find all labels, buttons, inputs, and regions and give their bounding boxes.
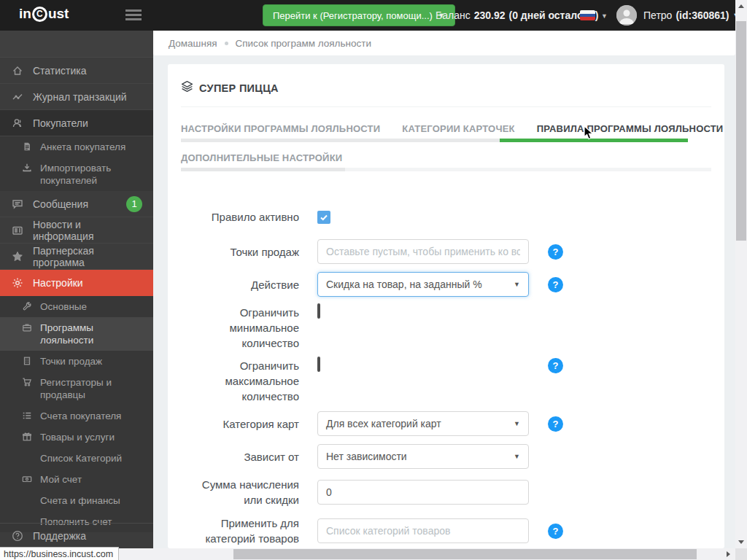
sidebar-item-label: Покупатели <box>33 117 88 129</box>
sidebar-item-transaction-log[interactable]: Журнал транзакций <box>0 84 153 110</box>
balance-label: Баланс <box>436 9 471 21</box>
field-label: Зависит от <box>181 449 299 464</box>
help-icon[interactable]: ? <box>548 524 563 539</box>
field-label: Действие <box>181 277 299 292</box>
form-row-depends-on: Зависит от Нет зависимости ▼ <box>181 444 711 469</box>
logo-text-ust: ust <box>48 6 69 22</box>
briefcase-icon <box>20 322 34 332</box>
form-row-limit-max: Ограничить максимальное количество ? <box>181 358 711 404</box>
sidebar-item-label: Основные <box>40 300 87 313</box>
loyalty-program-card: СУПЕР ПИЦЦА НАСТРОЙКИ ПРОГРАММЫ ЛОЯЛЬНОС… <box>168 64 724 548</box>
star-icon <box>11 251 24 262</box>
sidebar-item-news[interactable]: Новости и информация <box>0 217 153 244</box>
goto-dropdown-button[interactable]: Перейти к (Регистратору, помощи...) ▼ <box>263 4 455 26</box>
scroll-up-arrow-icon[interactable] <box>738 4 744 8</box>
sidebar-item-label: Регистраторы и продавцы <box>40 376 146 401</box>
header-divider <box>181 106 711 107</box>
help-icon[interactable]: ? <box>548 358 563 373</box>
user-name: Петро <box>643 9 672 21</box>
sidebar-item-import-customers[interactable]: Импортировать покупателей <box>0 158 153 191</box>
sidebar-item-customer-accounts[interactable]: Счета покупателя <box>0 405 153 427</box>
layers-icon <box>181 80 193 96</box>
rule-active-checkbox[interactable] <box>317 211 330 224</box>
action-select-value: Скидка на товар, на заданный % <box>326 279 482 290</box>
select-caret-icon: ▼ <box>514 281 520 288</box>
sidebar-item-customer-form[interactable]: Анкета покупателя <box>0 136 153 158</box>
help-icon[interactable]: ? <box>548 277 563 292</box>
status-url-tooltip: https://business.incust.com <box>0 547 119 560</box>
apply-categories-input[interactable] <box>317 518 529 543</box>
question-circle-icon <box>11 530 24 542</box>
sidebar-item-label: Настройки <box>33 277 83 289</box>
sidebar-item-messages[interactable]: Сообщения 1 <box>0 191 153 217</box>
sidebar-item-general[interactable]: Основные <box>0 296 153 317</box>
sidebar-item-customers[interactable]: Покупатели <box>0 110 153 136</box>
chevron-down-icon[interactable]: ▼ <box>601 12 608 20</box>
horizontal-scrollbar-thumb[interactable] <box>233 549 697 559</box>
hamburger-menu-icon[interactable] <box>125 9 142 20</box>
wrench-icon <box>20 301 34 311</box>
user-menu[interactable]: Петро (id:360861) ▼ <box>643 0 739 31</box>
incust-logo: inCust <box>19 6 69 22</box>
limit-min-checkbox[interactable] <box>317 303 320 319</box>
field-label: Применить для категорий товаров <box>181 516 299 546</box>
sidebar-item-label: Список Категорий <box>40 452 122 464</box>
depends-on-select-value: Нет зависимости <box>326 451 407 462</box>
sidebar-item-goods-services[interactable]: Товары и услуги <box>0 427 153 448</box>
form-row-amount: Сумма начисления или скидки <box>181 477 711 508</box>
form-row-rule-active: Правило активно <box>181 209 711 225</box>
users-icon <box>11 117 24 129</box>
sidebar-item-partner-program[interactable]: Партнерская программа <box>0 244 153 270</box>
field-label: Точки продаж <box>181 244 299 260</box>
sidebar-item-loyalty-programs[interactable]: Программы лояльности <box>0 317 153 351</box>
vertical-scrollbar-thumb[interactable] <box>736 21 746 241</box>
scroll-right-arrow-icon[interactable] <box>727 551 730 557</box>
logo-c-circle-icon: C <box>32 7 47 22</box>
sidebar-item-settings[interactable]: Настройки <box>0 270 153 296</box>
card-category-select[interactable]: Для всех категорий карт ▼ <box>317 411 529 436</box>
sidebar-item-label: Точки продаж <box>40 355 102 368</box>
customers-submenu: Анкета покупателя Импортировать покупате… <box>0 136 153 191</box>
action-select[interactable]: Скидка на товар, на заданный % ▼ <box>317 272 529 297</box>
field-label: Ограничить минимальное количество <box>181 305 299 351</box>
comment-icon <box>11 198 24 210</box>
sidebar-item-label: Партнерская программа <box>33 245 142 268</box>
sidebar-item-accounts-finance[interactable]: Счета и финансы <box>0 490 153 511</box>
sidebar-item-registrars-sellers[interactable]: Регистраторы и продавцы <box>0 372 153 405</box>
select-caret-icon: ▼ <box>514 420 520 427</box>
sidebar-item-label: Программы лояльности <box>40 322 146 346</box>
form-row-apply-categories: Применить для категорий товаров ? <box>181 516 711 546</box>
sidebar-item-points-of-sale[interactable]: Точки продаж <box>0 351 153 372</box>
language-flag-ru-icon[interactable] <box>580 10 595 20</box>
help-icon[interactable]: ? <box>548 416 563 432</box>
sidebar-item-support[interactable]: Поддержка <box>0 523 153 548</box>
limit-max-checkbox[interactable] <box>317 357 320 372</box>
field-label: Ограничить максимальное количество <box>181 358 299 404</box>
sidebar-item-label: Мой счет <box>40 473 82 486</box>
help-icon[interactable]: ? <box>548 244 563 260</box>
select-caret-icon: ▼ <box>514 453 520 460</box>
amount-input[interactable] <box>317 480 529 505</box>
breadcrumb: Домашняя Список программ лояльности <box>153 31 735 55</box>
user-id: (id:360861) <box>676 9 729 21</box>
goto-button-label: Перейти к (Регистратору, помощи...) <box>273 10 433 21</box>
sidebar-item-statistics[interactable]: Статистика <box>0 58 153 84</box>
sidebar-item-category-list[interactable]: Список Категорий <box>0 448 153 469</box>
field-label: Правило активно <box>181 209 299 225</box>
line-chart-icon <box>11 91 24 103</box>
sidebar-item-my-account[interactable]: Мой счет <box>0 469 153 490</box>
settings-submenu: Основные Программы лояльности Точки прод… <box>0 296 153 532</box>
avatar[interactable] <box>616 5 637 26</box>
scroll-down-arrow-icon[interactable] <box>738 540 744 544</box>
breadcrumb-home-link[interactable]: Домашняя <box>169 38 217 49</box>
points-of-sale-input[interactable] <box>317 239 529 264</box>
sidebar-header <box>0 31 153 58</box>
tabs-row-1: НАСТРОЙКИ ПРОГРАММЫ ЛОЯЛЬНОСТИ КАТЕГОРИИ… <box>181 123 711 142</box>
balance-value: 230.92 <box>474 9 506 21</box>
list-icon <box>20 411 34 421</box>
newspaper-icon <box>11 225 24 236</box>
gear-icon <box>11 277 24 289</box>
depends-on-select[interactable]: Нет зависимости ▼ <box>317 444 529 469</box>
vertical-scrollbar[interactable] <box>735 0 747 548</box>
sidebar-item-label: Товары и услуги <box>40 431 115 443</box>
